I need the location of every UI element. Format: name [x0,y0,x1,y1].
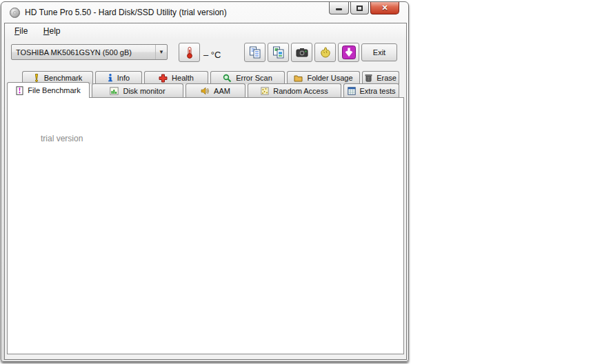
save-button[interactable] [338,43,359,62]
tab-folder-usage[interactable]: Folder Usage [287,71,360,84]
copy-image-icon [272,46,285,59]
menubar: File Help [5,23,406,40]
speaker-icon [201,87,210,95]
copy-text-button[interactable] [244,43,265,62]
temperature-button[interactable] [179,43,200,62]
tab-label: Erase [377,74,397,82]
copy-image-button[interactable] [268,43,289,62]
drive-select[interactable]: TOSHIBA MK5061GSYN (500 gB) ▼ [11,44,168,60]
extra-tests-icon [348,87,356,95]
tab-error-scan[interactable]: Error Scan [210,71,285,84]
tab-label: Info [117,74,130,82]
close-button[interactable]: ✕ [370,2,399,14]
download-icon [341,45,357,60]
minimize-button[interactable] [329,2,349,14]
client-area: File Help TOSHIBA MK5061GSYN (500 gB) ▼ … [4,23,407,360]
tab-label: Extra tests [360,87,396,95]
camera-icon [295,46,309,59]
window-title: HD Tune Pro 5.50 - Hard Disk/SSD Utility… [25,8,227,17]
maximize-button[interactable] [350,2,369,14]
tab-label: Random Access [273,87,328,95]
maximize-icon [357,6,363,11]
chevron-down-icon: ▼ [155,45,167,59]
info-icon [108,74,113,82]
screenshot-button[interactable] [291,43,312,62]
tab-info[interactable]: Info [95,71,142,84]
trial-watermark: trial version [41,134,83,143]
file-benchmark-icon [16,86,23,95]
tab-label: Benchmark [44,74,83,82]
menu-file[interactable]: File [9,23,33,36]
health-cross-icon [159,74,168,83]
tab-label: Error Scan [236,74,272,82]
copy-text-icon [248,46,262,59]
minimize-icon [336,8,342,10]
tab-label: Folder Usage [307,74,352,82]
titlebar[interactable]: HD Tune Pro 5.50 - Hard Disk/SSD Utility… [1,2,408,23]
tab-extra-tests[interactable]: Extra tests [343,83,399,98]
tab-disk-monitor[interactable]: Disk monitor [92,83,183,98]
drive-select-value: TOSHIBA MK5061GSYN (500 gB) [16,48,132,57]
tab-erase[interactable]: Erase [362,71,399,84]
disk-monitor-icon [110,87,119,95]
screen: HD Tune Pro 5.50 - Hard Disk/SSD Utility… [0,0,602,364]
temperature-value: – °C [203,50,221,60]
donate-hand-icon [319,46,332,59]
magnifier-icon [223,74,232,83]
menu-help[interactable]: Help [38,23,66,36]
random-access-icon [261,87,269,95]
donate-button[interactable] [314,43,336,62]
folder-icon [294,74,303,82]
tab-file-benchmark[interactable]: File Benchmark [7,82,90,98]
trash-icon [365,74,372,82]
app-icon [10,8,20,18]
app-window: HD Tune Pro 5.50 - Hard Disk/SSD Utility… [1,1,409,362]
tab-aam[interactable]: AAM [185,83,245,98]
exit-button[interactable]: Exit [361,43,397,61]
tab-label: Disk monitor [123,87,165,95]
benchmark-icon [33,74,40,82]
tab-random-access[interactable]: Random Access [248,83,341,98]
window-controls: ✕ [328,2,399,14]
tab-label: File Benchmark [28,86,80,94]
tab-label: AAM [214,87,230,95]
thermometer-icon [183,46,197,59]
close-icon: ✕ [381,4,388,12]
tab-label: Health [172,74,194,82]
tab-health[interactable]: Health [144,71,208,84]
